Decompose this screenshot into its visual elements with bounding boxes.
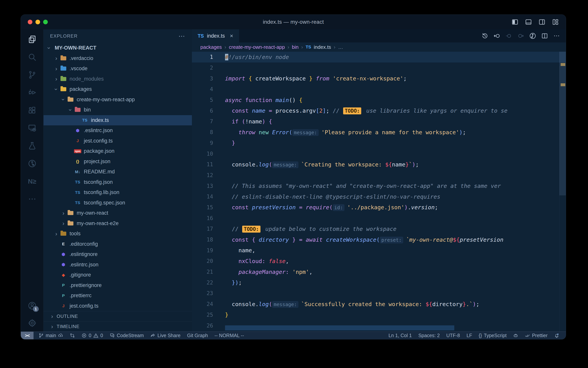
code-line-17[interactable]: 17 // TODO: update below to customize th…: [192, 223, 566, 234]
breadcrumb-item[interactable]: bin: [292, 44, 299, 50]
language-item[interactable]: {}TypeScript: [479, 333, 507, 338]
tree-file-jest-config-ts[interactable]: Jjest.config.ts: [44, 301, 192, 311]
cursor-position-item[interactable]: Ln 1, Col 1: [388, 333, 412, 338]
breadcrumb-item[interactable]: create-my-own-react-app: [229, 44, 285, 50]
split-editor-icon[interactable]: [541, 32, 548, 39]
code-line-3[interactable]: 3import { createWorkspace } from 'create…: [192, 73, 566, 84]
tree-file--eslintrc-json[interactable]: ⬢.eslintrc.json: [44, 260, 192, 270]
code-line-7[interactable]: 7 if (!name) {: [192, 116, 566, 127]
tree-folder-my-own-react-e2e[interactable]: ›my-own-react-e2e: [44, 218, 192, 229]
activity-item-more[interactable]: [27, 194, 37, 204]
code-line-5[interactable]: 5async function main() {: [192, 95, 566, 105]
vim-mode-item[interactable]: -- NORMAL --: [214, 333, 244, 338]
activity-item-run-debug[interactable]: [27, 88, 37, 98]
explorer-actions-icon[interactable]: ⋯: [178, 35, 185, 37]
activity-item-source-control[interactable]: [27, 70, 37, 80]
tree-file-jest-config-ts[interactable]: Jjest.config.ts: [44, 136, 192, 146]
code-line-13[interactable]: 13 // This assumes "my-own-react" and "c…: [192, 181, 566, 191]
code-editor[interactable]: 1#!/usr/bin/env node23import { createWor…: [192, 52, 566, 331]
notifications-item[interactable]: [554, 333, 559, 338]
layout-grid-icon[interactable]: [552, 18, 559, 26]
tree-folder-tools[interactable]: ›tools: [44, 229, 192, 239]
code-line-11[interactable]: 11 console.log(message:`Creating the wor…: [192, 159, 566, 170]
code-line-22[interactable]: 22 });: [192, 277, 566, 288]
code-line-21[interactable]: 21 packageManager: 'npm',: [192, 267, 566, 277]
close-window-button[interactable]: [28, 20, 32, 24]
remote-indicator[interactable]: ><: [21, 332, 34, 339]
zoom-window-button[interactable]: [43, 20, 48, 24]
tree-folder-node-modules[interactable]: ›node_modules: [44, 74, 192, 84]
activity-item-account[interactable]: 1: [27, 301, 37, 311]
tree-file-tsconfig-lib-json[interactable]: TStsconfig.lib.json: [44, 187, 192, 198]
problems-item[interactable]: 00: [81, 333, 103, 338]
code-line-2[interactable]: 2: [192, 63, 566, 73]
tree-file-index-ts[interactable]: TSindex.ts: [44, 115, 192, 126]
codestream-item[interactable]: CodeStream: [110, 333, 144, 338]
code-line-16[interactable]: 16: [192, 213, 566, 223]
vertical-scrollbar[interactable]: [560, 52, 566, 195]
tree-folder-my-own-react[interactable]: ›my-own-react: [44, 208, 192, 218]
sidebar-section-timeline[interactable]: ›TIMELINE: [44, 321, 192, 331]
eol-item[interactable]: LF: [466, 333, 472, 338]
tree-folder--vscode[interactable]: ›.vscode: [44, 64, 192, 74]
close-tab-icon[interactable]: ×: [230, 33, 233, 39]
sidebar-section-outline[interactable]: ›OUTLINE: [44, 311, 192, 321]
tree-file--gitignore[interactable]: ◆.gitignore: [44, 270, 192, 280]
panel-bottom-icon[interactable]: [525, 18, 532, 26]
code-line-23[interactable]: 23: [192, 288, 566, 299]
breadcrumb-file[interactable]: index.ts: [314, 44, 331, 50]
tree-file--eslintrc-json[interactable]: ⬢.eslintrc.json: [44, 125, 192, 136]
tree-file--editorconfig[interactable]: E.editorconfig: [44, 239, 192, 249]
tree-file--eslintignore[interactable]: ⬢.eslintignore: [44, 249, 192, 260]
git-graph-item[interactable]: Git Graph: [187, 333, 208, 338]
tree-file-package-json[interactable]: npmpackage.json: [44, 146, 192, 156]
code-line-8[interactable]: 8 throw new Error(message:'Please provid…: [192, 127, 566, 138]
back-circle-icon[interactable]: [493, 32, 500, 39]
live-share-item[interactable]: Live Share: [150, 333, 181, 338]
copilot-item[interactable]: [513, 333, 518, 338]
activity-item-gitlens[interactable]: [27, 158, 37, 169]
encoding-item[interactable]: UTF-8: [446, 333, 460, 338]
activity-item-remote-explorer[interactable]: [27, 123, 37, 133]
code-line-10[interactable]: 10: [192, 148, 566, 159]
code-line-20[interactable]: 20 nxCloud: false,: [192, 256, 566, 267]
tree-file-tsconfig-json[interactable]: TStsconfig.json: [44, 177, 192, 187]
activity-item-search[interactable]: [27, 52, 37, 62]
circle-right-icon[interactable]: [517, 32, 524, 39]
minimize-window-button[interactable]: [35, 20, 40, 24]
activity-item-testing[interactable]: [27, 141, 37, 151]
tree-folder-packages[interactable]: ›packages: [44, 84, 192, 94]
branch-circle-icon[interactable]: [529, 32, 536, 39]
indentation-item[interactable]: Spaces: 2: [418, 333, 440, 338]
breadcrumb-item[interactable]: packages: [200, 44, 222, 50]
tree-folder-create-my-own-react-app[interactable]: ›create-my-own-react-app: [44, 94, 192, 105]
ellipsis-icon[interactable]: [553, 32, 560, 39]
activity-item-extensions[interactable]: [27, 105, 37, 115]
tree-folder-my-own-react[interactable]: ›MY-OWN-REACT: [44, 43, 192, 53]
tree-file--prettierignore[interactable]: P.prettierignore: [44, 280, 192, 291]
code-line-15[interactable]: 15 const presetVersion = require(id:'../…: [192, 202, 566, 213]
tree-file-project-json[interactable]: {}project.json: [44, 156, 192, 167]
breadcrumb-more[interactable]: …: [338, 44, 343, 50]
activity-item-settings[interactable]: [27, 318, 37, 328]
code-line-12[interactable]: 12: [192, 170, 566, 181]
code-line-4[interactable]: 4: [192, 84, 566, 95]
history-icon[interactable]: [482, 32, 488, 39]
git-compare-item[interactable]: [70, 333, 75, 338]
circle-left-icon[interactable]: [505, 32, 512, 39]
activity-item-nx-console[interactable]: N≥: [27, 176, 37, 186]
branch-item[interactable]: main: [39, 333, 63, 338]
panel-left-icon[interactable]: [511, 18, 518, 26]
code-line-14[interactable]: 14 // eslint-disable-next-line @typescri…: [192, 191, 566, 202]
tree-file-tsconfig-spec-json[interactable]: TStsconfig.spec.json: [44, 198, 192, 208]
code-line-19[interactable]: 19 name,: [192, 245, 566, 256]
activity-item-explorer[interactable]: [27, 34, 37, 44]
breadcrumb[interactable]: packages›create-my-own-react-app›bin›TSi…: [192, 42, 566, 52]
prettier-item[interactable]: Prettier: [525, 333, 548, 338]
tab-index-ts[interactable]: TS index.ts ×: [192, 29, 239, 42]
code-line-25[interactable]: 25}: [192, 310, 566, 320]
code-line-18[interactable]: 18 const { directory } = await createWor…: [192, 234, 566, 245]
tree-file--prettierrc[interactable]: P.prettierrc: [44, 290, 192, 301]
code-line-9[interactable]: 9 }: [192, 138, 566, 148]
code-line-24[interactable]: 24 console.log(message:`Successfully cre…: [192, 299, 566, 310]
